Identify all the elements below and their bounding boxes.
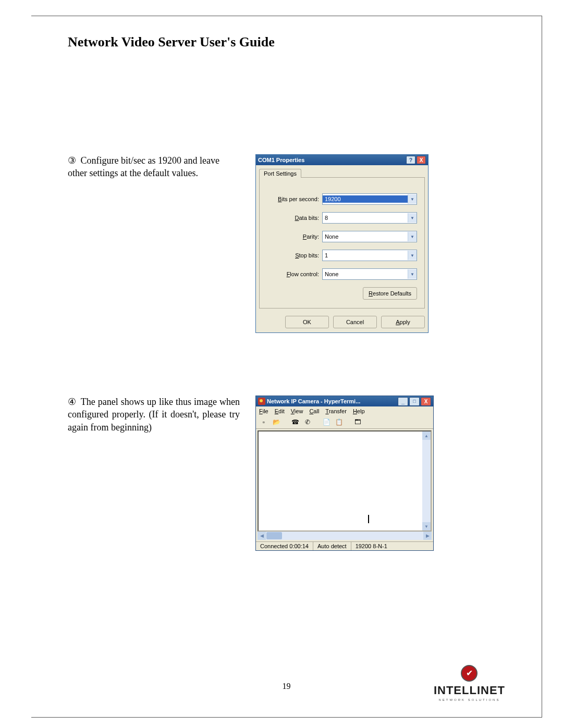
hyperterminal-window: Network IP Camera - HyperTermi... _ □ X … bbox=[255, 396, 434, 551]
close-icon[interactable]: X bbox=[421, 397, 431, 406]
page-number: 19 bbox=[283, 682, 291, 691]
combo-parity[interactable]: None ▼ bbox=[322, 231, 417, 242]
logo-mark-icon bbox=[461, 665, 478, 682]
text-cursor bbox=[368, 515, 369, 523]
field-data-bits: Data bits: 8 ▼ bbox=[267, 212, 417, 224]
combo-flow-control[interactable]: None ▼ bbox=[322, 268, 417, 280]
combo-bits-per-second[interactable]: 19200 ▼ bbox=[322, 193, 417, 205]
field-flow-control: Flow control: None ▼ bbox=[267, 268, 417, 280]
dialog-body: Port Settings Bits per second: 19200 ▼ bbox=[256, 165, 428, 312]
disconnect-icon[interactable]: ✆ bbox=[303, 417, 312, 427]
apply-button[interactable]: Apply bbox=[381, 316, 425, 328]
window-title: Network IP Camera - HyperTermi... bbox=[267, 398, 397, 404]
scroll-right-icon[interactable]: ▶ bbox=[423, 532, 432, 540]
logo-subtext: NETWORK SOLUTIONS bbox=[434, 698, 505, 701]
page-frame: Network Video Server User's Guide ③ Conf… bbox=[31, 16, 542, 718]
chevron-down-icon[interactable]: ▼ bbox=[408, 213, 417, 223]
logo-text: INTELLINET bbox=[434, 684, 505, 697]
step-3-figure: COM1 Properties ? X Port Settings Bits p… bbox=[255, 154, 505, 333]
connect-icon[interactable]: ☎ bbox=[290, 417, 300, 427]
scroll-up-icon[interactable]: ▲ bbox=[422, 431, 431, 440]
app-icon bbox=[258, 398, 265, 405]
menu-help[interactable]: Help bbox=[353, 408, 365, 414]
combo-stop-bits[interactable]: 1 ▼ bbox=[322, 250, 417, 261]
step-3-row: ③ Configure bit/sec as 19200 and leave o… bbox=[68, 154, 505, 333]
restore-defaults-button[interactable]: Restore Defaults bbox=[363, 287, 417, 300]
menu-call[interactable]: Call bbox=[309, 408, 319, 414]
field-parity: Parity: None ▼ bbox=[267, 231, 417, 242]
step-4-text: ④ The panel shows up like thus image whe… bbox=[68, 396, 240, 434]
horizontal-scrollbar[interactable]: ◀ ▶ bbox=[258, 532, 432, 540]
step-4-row: ④ The panel shows up like thus image whe… bbox=[68, 396, 505, 551]
combo-value: None bbox=[323, 233, 408, 240]
label-parity: Parity: bbox=[267, 233, 322, 240]
combo-value: 1 bbox=[323, 252, 408, 259]
chevron-down-icon[interactable]: ▼ bbox=[408, 251, 417, 260]
tab-port-settings[interactable]: Port Settings bbox=[259, 169, 301, 178]
status-connected: Connected 0:00:14 bbox=[256, 542, 313, 550]
terminal[interactable]: ▲ ▼ bbox=[258, 430, 432, 532]
page-outer: Network Video Server User's Guide ③ Conf… bbox=[0, 0, 563, 728]
combo-value: 19200 bbox=[323, 195, 408, 203]
open-file-icon[interactable]: 📂 bbox=[272, 417, 281, 427]
step-3-marker: ③ bbox=[68, 154, 78, 167]
restore-row: Restore Defaults bbox=[267, 287, 417, 300]
step-4-marker: ④ bbox=[68, 396, 78, 408]
status-bar: Connected 0:00:14 Auto detect 19200 8-N-… bbox=[256, 541, 433, 550]
tab-panel: Bits per second: 19200 ▼ Data bits: 8 bbox=[259, 177, 425, 309]
combo-value: 8 bbox=[323, 214, 408, 221]
document-title: Network Video Server User's Guide bbox=[68, 34, 505, 50]
step-3-text: ③ Configure bit/sec as 19200 and leave o… bbox=[68, 154, 240, 180]
step-4-body: The panel shows up like thus image when … bbox=[68, 397, 240, 433]
scroll-thumb[interactable] bbox=[266, 532, 282, 539]
terminal-area: ▲ ▼ ◀ ▶ bbox=[256, 429, 433, 541]
step-3-body: Configure bit/sec as 19200 and leave oth… bbox=[68, 155, 219, 178]
menu-bar: File Edit View Call Transfer Help bbox=[256, 406, 433, 416]
menu-edit[interactable]: Edit bbox=[275, 408, 285, 414]
cancel-button[interactable]: Cancel bbox=[333, 316, 377, 328]
field-bits-per-second: Bits per second: 19200 ▼ bbox=[267, 193, 417, 205]
label-flow-control: Flow control: bbox=[267, 271, 322, 277]
chevron-down-icon[interactable]: ▼ bbox=[408, 194, 417, 204]
close-icon[interactable]: X bbox=[417, 156, 426, 164]
combo-data-bits[interactable]: 8 ▼ bbox=[322, 212, 417, 224]
brand-logo: INTELLINET NETWORK SOLUTIONS bbox=[434, 665, 505, 701]
status-mode: 19200 8-N-1 bbox=[351, 542, 391, 550]
field-stop-bits: Stop bits: 1 ▼ bbox=[267, 250, 417, 261]
vertical-scrollbar[interactable]: ▲ ▼ bbox=[422, 431, 431, 530]
combo-value: None bbox=[323, 270, 408, 278]
scroll-down-icon[interactable]: ▼ bbox=[422, 522, 431, 530]
label-stop-bits: Stop bits: bbox=[267, 252, 322, 258]
receive-icon[interactable]: 📋 bbox=[334, 417, 344, 427]
send-icon[interactable]: 📄 bbox=[322, 417, 331, 427]
chevron-down-icon[interactable]: ▼ bbox=[408, 269, 417, 279]
ok-button[interactable]: OK bbox=[285, 316, 329, 328]
maximize-icon[interactable]: □ bbox=[409, 397, 420, 406]
dialog-title: COM1 Properties bbox=[258, 157, 405, 163]
dialog-footer: OK Cancel Apply bbox=[256, 312, 428, 332]
chevron-down-icon[interactable]: ▼ bbox=[408, 232, 417, 241]
help-icon[interactable]: ? bbox=[406, 156, 415, 164]
properties-icon[interactable]: 🗔 bbox=[353, 417, 362, 427]
step-4-figure: Network IP Camera - HyperTermi... _ □ X … bbox=[255, 396, 505, 551]
com1-properties-dialog: COM1 Properties ? X Port Settings Bits p… bbox=[255, 154, 429, 333]
menu-view[interactable]: View bbox=[291, 408, 303, 414]
new-file-icon[interactable]: ▫ bbox=[259, 417, 268, 427]
dialog-titlebar: COM1 Properties ? X bbox=[256, 155, 428, 165]
label-data-bits: Data bits: bbox=[267, 215, 322, 221]
window-titlebar: Network IP Camera - HyperTermi... _ □ X bbox=[256, 396, 433, 406]
minimize-icon[interactable]: _ bbox=[398, 397, 408, 406]
menu-file[interactable]: File bbox=[259, 408, 268, 414]
toolbar: ▫ 📂 ☎ ✆ 📄 📋 🗔 bbox=[256, 416, 433, 429]
label-bits-per-second: Bits per second: bbox=[267, 196, 322, 202]
menu-transfer[interactable]: Transfer bbox=[325, 408, 347, 414]
scroll-left-icon[interactable]: ◀ bbox=[258, 532, 266, 540]
status-detect: Auto detect bbox=[313, 542, 351, 550]
